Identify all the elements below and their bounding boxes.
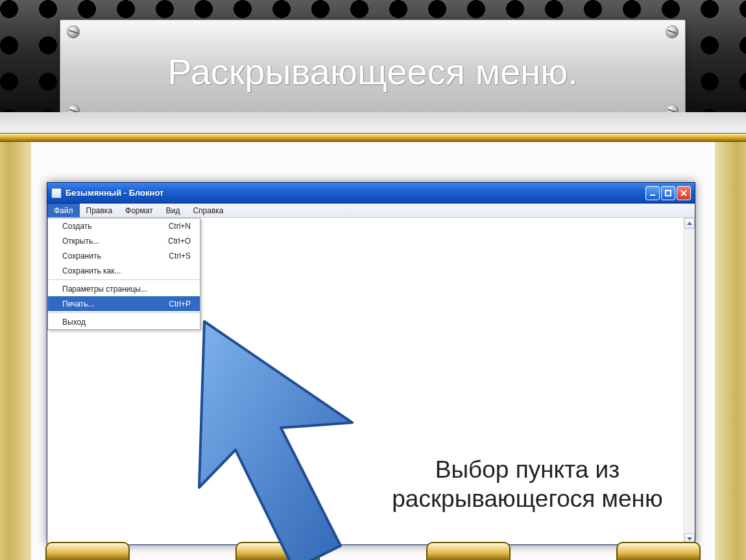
slide-canvas: Безымянный - Блокнот Файл Правка Формат … — [0, 142, 746, 560]
titlebar[interactable]: Безымянный - Блокнот — [47, 183, 695, 204]
menu-item-shortcut: Ctrl+O — [168, 237, 191, 246]
menu-item-open[interactable]: Открыть... Ctrl+O — [48, 233, 200, 248]
scroll-decoration-left — [0, 142, 31, 560]
menu-item-label: Открыть... — [62, 237, 168, 246]
menu-item-label: Выход — [62, 318, 191, 327]
file-dropdown: Создать Ctrl+N Открыть... Ctrl+O Сохрани… — [47, 218, 200, 330]
menu-view[interactable]: Вид — [160, 204, 187, 217]
scroll-up-icon[interactable] — [684, 218, 695, 229]
screw-icon — [666, 25, 679, 38]
slide-title: Раскрывающееся меню. — [167, 51, 578, 93]
screw-icon — [67, 25, 80, 38]
callout-arrow-icon — [197, 319, 404, 560]
minimize-button[interactable] — [645, 186, 660, 200]
document-icon — [51, 188, 62, 198]
menu-item-label: Сохранить как... — [62, 266, 191, 275]
menu-item-save-as[interactable]: Сохранить как... — [48, 263, 200, 278]
menu-item-print[interactable]: Печать... Ctrl+P — [48, 296, 200, 311]
screw-icon — [67, 104, 80, 117]
menu-item-label: Параметры страницы... — [62, 285, 191, 294]
slide-banner: Раскрывающееся меню. — [0, 0, 746, 133]
menu-edit[interactable]: Правка — [80, 204, 119, 217]
menu-file[interactable]: Файл — [47, 204, 80, 217]
close-button[interactable] — [677, 186, 691, 200]
menu-item-shortcut: Ctrl+S — [169, 251, 191, 261]
divider-gold — [0, 133, 746, 142]
svg-marker-2 — [199, 321, 352, 560]
menu-help[interactable]: Справка — [186, 204, 230, 217]
menu-item-page-setup[interactable]: Параметры страницы... — [48, 281, 200, 296]
maximize-button[interactable] — [661, 186, 675, 200]
gold-ornament — [426, 542, 511, 560]
title-plate: Раскрывающееся меню. — [60, 19, 686, 123]
menu-item-shortcut: Ctrl+N — [169, 222, 191, 231]
callout-caption: Выбор пункта из раскрывающегося меню — [352, 455, 703, 513]
menu-separator — [49, 279, 199, 280]
notepad-window: Безымянный - Блокнот Файл Правка Формат … — [47, 182, 695, 545]
menu-item-new[interactable]: Создать Ctrl+N — [48, 218, 200, 233]
menu-separator — [49, 312, 199, 313]
gold-ornament — [616, 542, 701, 560]
menu-item-shortcut: Ctrl+P — [169, 299, 191, 309]
gold-ornament — [45, 542, 130, 560]
screw-icon — [666, 104, 679, 117]
menu-item-label: Сохранить — [62, 251, 169, 261]
menu-item-exit[interactable]: Выход — [48, 314, 200, 329]
svg-rect-0 — [650, 194, 655, 196]
menu-format[interactable]: Формат — [119, 204, 160, 217]
svg-rect-1 — [666, 191, 671, 196]
window-title: Безымянный - Блокнот — [66, 188, 645, 198]
menubar: Файл Правка Формат Вид Справка — [47, 204, 695, 218]
menu-item-label: Создать — [62, 222, 169, 231]
scroll-decoration-right — [715, 142, 746, 560]
menu-item-save[interactable]: Сохранить Ctrl+S — [48, 248, 200, 263]
menu-item-label: Печать... — [62, 299, 169, 309]
